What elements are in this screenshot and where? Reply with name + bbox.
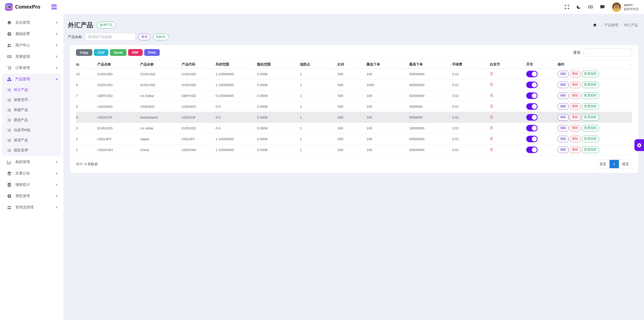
config-options-button[interactable]: 配置期权 [582, 71, 599, 77]
reset-button[interactable]: 初始化 [153, 33, 169, 40]
delete-button[interactable]: 删除 [570, 125, 581, 131]
table-search-input[interactable] [584, 49, 632, 56]
add-product-button[interactable]: 新增产品 [97, 22, 115, 28]
export-buttons: CopyCSVExcelPDFPrint [76, 49, 160, 56]
delete-button[interactable]: 删除 [570, 114, 581, 121]
pagination-current[interactable]: 1 [609, 160, 619, 168]
sidebar-item-users[interactable]: 用户中心 [0, 40, 63, 51]
delete-button[interactable]: 删除 [570, 82, 581, 88]
column-header[interactable]: ID↑↓ [76, 60, 97, 69]
breadcrumb-item[interactable]: 产品管理 [605, 23, 618, 27]
admin-profile[interactable]: admin 超级管理员 [612, 2, 639, 12]
column-header[interactable]: 操作↑↓ [558, 60, 632, 69]
dark-mode-moon-icon[interactable] [576, 5, 581, 9]
cell-max_order: 50000000 [409, 90, 452, 101]
config-options-button[interactable]: 配置期权 [582, 82, 599, 88]
open-market-toggle[interactable] [526, 71, 538, 77]
open-market-toggle[interactable] [526, 92, 538, 99]
column-header[interactable]: 杠杆↑↓ [338, 60, 367, 69]
edit-button[interactable]: 编辑 [558, 125, 569, 131]
sidebar-item-home[interactable]: 后台首页 [0, 17, 63, 28]
sort-icon[interactable]: ↑↓ [95, 63, 97, 66]
column-header[interactable]: 手续费↑↓ [452, 60, 490, 69]
sort-icon[interactable]: ↑↓ [524, 63, 526, 66]
column-header[interactable]: 风控范围↑↓ [216, 60, 257, 69]
column-header[interactable]: 随机范围↑↓ [257, 60, 300, 69]
config-options-button[interactable]: 配置期权 [582, 136, 599, 142]
cell-min_order: 100 [367, 123, 409, 134]
sidebar-item-db[interactable]: 报表统计 [0, 179, 63, 190]
sidebar-subitem[interactable]: 加密货币 [2, 95, 61, 105]
sort-icon[interactable]: ↑↓ [297, 63, 299, 66]
export-copy-button[interactable]: Copy [76, 49, 92, 56]
sort-icon[interactable]: ↑↓ [630, 63, 631, 66]
export-pdf-button[interactable]: PDF [128, 49, 143, 56]
config-options-button[interactable]: 配置期权 [582, 103, 599, 110]
query-button[interactable]: 查询 [138, 33, 150, 40]
sidebar-subitem[interactable]: 固定质押 [2, 145, 61, 155]
edit-button[interactable]: 编辑 [558, 114, 569, 121]
config-options-button[interactable]: 配置期权 [582, 125, 599, 131]
edit-button[interactable]: 编辑 [558, 136, 569, 142]
edit-button[interactable]: 编辑 [558, 82, 569, 88]
sidebar-item-settings[interactable]: 基础设置 [0, 28, 63, 40]
sidebar-item-admins[interactable]: 管理员管理 [0, 202, 63, 213]
hamburger-menu-icon[interactable] [51, 5, 57, 9]
cell-min_order: 100 [367, 101, 409, 112]
delete-button[interactable]: 删除 [570, 147, 581, 153]
sidebar-item-cubes[interactable]: 产品管理 [2, 74, 61, 85]
sort-icon[interactable]: ↑↓ [407, 63, 409, 66]
sidebar-subitem[interactable]: 美股产品 [2, 105, 61, 115]
sidebar-subitem[interactable]: 自发币K线 [2, 125, 61, 135]
pagination-first[interactable]: 首页 [596, 160, 609, 168]
column-header[interactable]: 涨跌点↑↓ [300, 60, 338, 69]
open-market-toggle[interactable] [526, 147, 538, 153]
product-name-input[interactable] [85, 33, 136, 41]
sort-icon[interactable]: ↑↓ [335, 63, 337, 66]
edit-button[interactable]: 编辑 [558, 71, 569, 77]
delete-button[interactable]: 删除 [570, 136, 581, 142]
chat-icon[interactable] [600, 5, 605, 9]
open-market-toggle[interactable] [526, 136, 538, 142]
sort-icon[interactable]: ↑↓ [555, 63, 557, 66]
edit-button[interactable]: 编辑 [558, 147, 569, 153]
sidebar-subitem[interactable]: 外汇产品 [2, 85, 61, 95]
fullscreen-icon[interactable] [565, 5, 569, 9]
sidebar-item-cart[interactable]: 订单管理 [0, 62, 63, 74]
sidebar-item-layers[interactable]: 文章公告 [0, 168, 63, 179]
export-print-button[interactable]: Print [144, 49, 160, 56]
sort-icon[interactable]: ↑↓ [138, 63, 139, 66]
sort-icon[interactable]: ↑↓ [364, 63, 366, 66]
column-header[interactable]: 自发币↑↓ [490, 60, 526, 69]
open-market-toggle[interactable] [526, 103, 538, 110]
column-header[interactable]: 最低下单↑↓ [367, 60, 409, 69]
column-header[interactable]: 开市↑↓ [526, 60, 558, 69]
config-options-button[interactable]: 配置期权 [582, 92, 599, 99]
export-csv-button[interactable]: CSV [94, 49, 109, 56]
delete-button[interactable]: 删除 [570, 103, 581, 110]
config-options-button[interactable]: 配置期权 [582, 114, 599, 121]
config-options-button[interactable]: 配置期权 [582, 147, 599, 153]
export-excel-button[interactable]: Excel [110, 49, 127, 56]
sidebar-subitem[interactable]: 借贷产品 [2, 135, 61, 145]
floating-settings-button[interactable] [634, 139, 644, 151]
column-header[interactable]: 最高下单↑↓ [409, 60, 452, 69]
sort-icon[interactable]: ↑↓ [450, 63, 451, 66]
open-market-toggle[interactable] [526, 125, 538, 131]
sort-icon[interactable]: ↑↓ [487, 63, 489, 66]
column-header[interactable]: 产品名称↑↓ [97, 60, 140, 69]
sidebar-item-gear[interactable]: 系统管理 [0, 190, 63, 202]
sidebar-subitem[interactable]: 期货产品 [2, 115, 61, 125]
money-icon[interactable] [588, 5, 593, 9]
sort-icon[interactable]: ↑↓ [255, 63, 256, 66]
edit-button[interactable]: 编辑 [558, 103, 569, 110]
sidebar-item-chart[interactable]: 风控管理 [0, 156, 63, 168]
edit-button[interactable]: 编辑 [558, 92, 569, 99]
open-market-toggle[interactable] [526, 114, 538, 121]
delete-button[interactable]: 删除 [570, 92, 581, 99]
pagination-last[interactable]: 尾页 [619, 160, 632, 168]
breadcrumb-home-icon[interactable] [591, 21, 598, 29]
delete-button[interactable]: 删除 [570, 71, 581, 77]
open-market-toggle[interactable] [526, 82, 538, 88]
sidebar-item-money[interactable]: 充值提现 [0, 51, 63, 62]
